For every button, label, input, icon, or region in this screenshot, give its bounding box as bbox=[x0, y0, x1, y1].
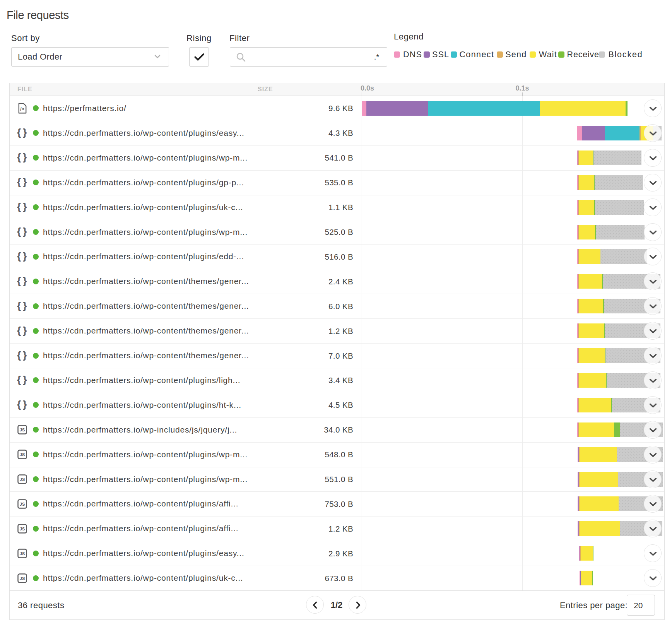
svg-text:JS: JS bbox=[20, 551, 25, 556]
svg-text:JS: JS bbox=[20, 477, 25, 482]
svg-text:JS: JS bbox=[20, 576, 25, 581]
svg-text:JS: JS bbox=[20, 502, 25, 506]
svg-text:JS: JS bbox=[20, 452, 25, 457]
svg-text:/>: /> bbox=[20, 106, 24, 112]
svg-text:JS: JS bbox=[20, 527, 25, 531]
svg-text:JS: JS bbox=[20, 428, 25, 432]
